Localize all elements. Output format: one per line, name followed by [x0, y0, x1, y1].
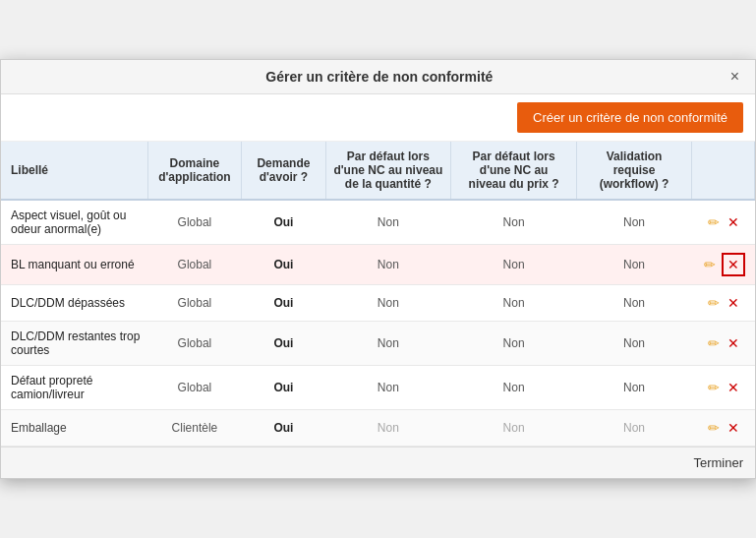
cell-par-defaut-prix: Non	[451, 245, 577, 285]
cell-par-defaut-qte: Non	[325, 322, 451, 366]
col-header-libelle: Libellé	[1, 142, 147, 200]
criteria-table: Libellé Domained'application Demanded'av…	[1, 142, 755, 447]
cell-par-defaut-prix: Non	[451, 322, 577, 366]
delete-button[interactable]: ✕	[722, 253, 745, 276]
col-header-par-defaut-prix: Par défaut lorsd'une NC auniveau du prix…	[451, 142, 577, 200]
toolbar: Créer un critère de non conformité	[1, 94, 755, 142]
cell-actions: ✏✕	[692, 285, 755, 322]
cell-demande: Oui	[242, 285, 325, 322]
close-button[interactable]: ×	[727, 68, 743, 86]
cell-validation: Non	[577, 322, 692, 366]
cell-par-defaut-qte: Non	[325, 410, 451, 447]
col-header-actions	[692, 142, 755, 200]
cell-domaine: Global	[147, 285, 242, 322]
table-row: DLC/DDM dépasséesGlobalOuiNonNonNon✏✕	[1, 285, 755, 322]
delete-button[interactable]: ✕	[726, 418, 741, 438]
cell-libelle: Aspect visuel, goût ou odeur anormal(e)	[1, 200, 147, 245]
cell-libelle: DLC/DDM restantes trop courtes	[1, 322, 147, 366]
table-row: Défaut propreté camion/livreurGlobalOuiN…	[1, 366, 755, 410]
delete-button[interactable]: ✕	[726, 293, 741, 313]
col-header-validation: Validationrequise(workflow) ?	[577, 142, 692, 200]
terminer-button[interactable]: Terminer	[693, 455, 743, 470]
cell-validation: Non	[577, 366, 692, 410]
cell-libelle: Défaut propreté camion/livreur	[1, 366, 147, 410]
cell-domaine: Clientèle	[147, 410, 242, 447]
cell-actions: ✏✕	[692, 200, 755, 245]
cell-validation: Non	[577, 200, 692, 245]
cell-demande: Oui	[242, 366, 325, 410]
table-container: Libellé Domained'application Demanded'av…	[1, 142, 755, 447]
cell-demande: Oui	[242, 322, 325, 366]
table-body: Aspect visuel, goût ou odeur anormal(e)G…	[1, 200, 755, 447]
cell-par-defaut-qte: Non	[325, 285, 451, 322]
cell-demande: Oui	[242, 410, 325, 447]
table-row: EmballageClientèleOuiNonNonNon✏✕	[1, 410, 755, 447]
edit-button[interactable]: ✏	[706, 212, 722, 232]
cell-actions: ✏✕	[692, 322, 755, 366]
col-header-par-defaut-qte: Par défaut lorsd'une NC au niveaude la q…	[325, 142, 451, 200]
create-criterion-button[interactable]: Créer un critère de non conformité	[517, 102, 743, 133]
table-row: Aspect visuel, goût ou odeur anormal(e)G…	[1, 200, 755, 245]
cell-domaine: Global	[147, 200, 242, 245]
cell-par-defaut-qte: Non	[325, 200, 451, 245]
table-header: Libellé Domained'application Demanded'av…	[1, 142, 755, 200]
cell-domaine: Global	[147, 322, 242, 366]
cell-par-defaut-prix: Non	[451, 410, 577, 447]
cell-validation: Non	[577, 245, 692, 285]
cell-par-defaut-qte: Non	[325, 366, 451, 410]
cell-domaine: Global	[147, 245, 242, 285]
modal-footer: Terminer	[1, 447, 755, 478]
delete-button[interactable]: ✕	[726, 378, 741, 397]
cell-actions: ✏✕	[692, 245, 755, 285]
col-header-demande: Demanded'avoir ?	[242, 142, 325, 200]
cell-validation: Non	[577, 410, 692, 447]
cell-libelle: DLC/DDM dépassées	[1, 285, 147, 322]
cell-validation: Non	[577, 285, 692, 322]
edit-button[interactable]: ✏	[706, 378, 722, 397]
edit-button[interactable]: ✏	[706, 293, 722, 313]
cell-par-defaut-prix: Non	[451, 200, 577, 245]
cell-domaine: Global	[147, 366, 242, 410]
col-header-domaine: Domained'application	[147, 142, 242, 200]
cell-libelle: BL manquant ou erroné	[1, 245, 147, 285]
cell-par-defaut-prix: Non	[451, 285, 577, 322]
modal-body: Créer un critère de non conformité Libel…	[1, 94, 755, 447]
edit-button[interactable]: ✏	[702, 255, 718, 274]
table-row: DLC/DDM restantes trop courtesGlobalOuiN…	[1, 322, 755, 366]
edit-button[interactable]: ✏	[706, 333, 722, 353]
cell-demande: Oui	[242, 245, 325, 285]
cell-actions: ✏✕	[692, 410, 755, 447]
delete-button[interactable]: ✕	[726, 333, 741, 353]
cell-par-defaut-prix: Non	[451, 366, 577, 410]
edit-button[interactable]: ✏	[706, 418, 722, 438]
cell-actions: ✏✕	[692, 366, 755, 410]
modal-title: Gérer un critère de non conformité	[32, 69, 727, 85]
delete-button[interactable]: ✕	[726, 212, 741, 232]
cell-par-defaut-qte: Non	[325, 245, 451, 285]
cell-demande: Oui	[242, 200, 325, 245]
modal-header: Gérer un critère de non conformité ×	[1, 60, 755, 94]
table-row: BL manquant ou erronéGlobalOuiNonNonNon✏…	[1, 245, 755, 285]
modal: Gérer un critère de non conformité × Cré…	[0, 59, 756, 479]
cell-libelle: Emballage	[1, 410, 147, 447]
